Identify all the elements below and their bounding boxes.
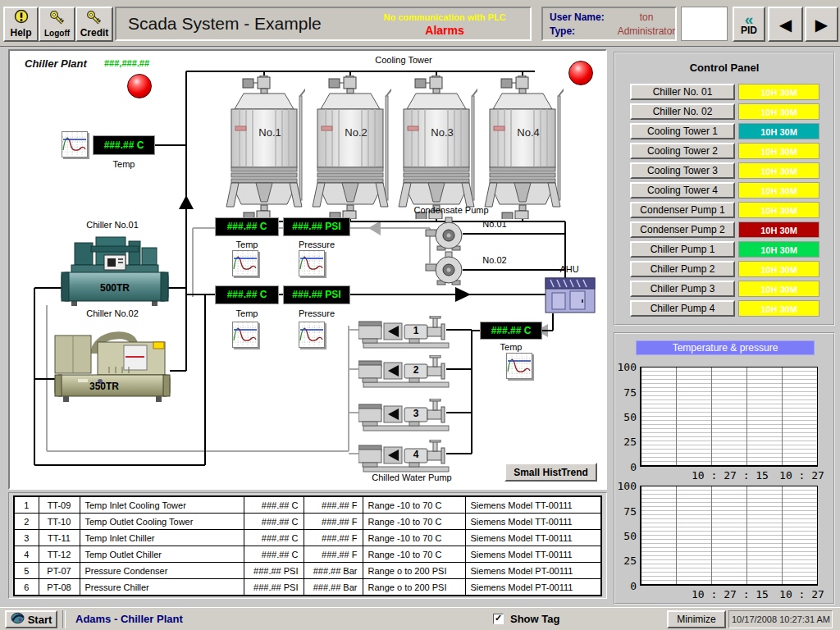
cooling-tower-4 bbox=[485, 75, 564, 220]
trend-icon[interactable] bbox=[232, 322, 258, 348]
chiller-1-capacity: 500TR bbox=[100, 282, 130, 294]
chilled-water-pump-2 bbox=[358, 355, 449, 387]
x-tick: 10 : 27 : 15 bbox=[685, 588, 775, 600]
runtime-badge: 10H 30M bbox=[738, 221, 819, 238]
runtime-badge: 10H 30M bbox=[738, 202, 819, 218]
cooling-tower-2 bbox=[313, 75, 392, 220]
pid-label: PID bbox=[741, 25, 757, 36]
table-row: 1TT-09Temp Inlet Cooling Tower###.## C##… bbox=[14, 496, 601, 514]
control-button-cooling-tower-2[interactable]: Cooling Tower 2 bbox=[630, 143, 735, 159]
control-button-cooling-tower-1[interactable]: Cooling Tower 1 bbox=[630, 123, 735, 139]
pump-1-number: 1 bbox=[413, 325, 419, 336]
user-name-label: User Name: bbox=[550, 11, 605, 23]
control-button-chiller-pump-4[interactable]: Chiller Pump 4 bbox=[630, 300, 735, 317]
control-button-chiller-pump-1[interactable]: Chiller Pump 1 bbox=[630, 241, 735, 258]
table-row: 6PT-08Pressure Chiller###.## PSI###.## B… bbox=[14, 579, 601, 596]
pump-4-number: 4 bbox=[413, 449, 419, 460]
page-title: Scada System - Example bbox=[128, 14, 322, 34]
temp-display: ###.## C bbox=[93, 135, 155, 155]
taskbar: Start Adams - Chiller Plant Show Tag Min… bbox=[0, 607, 840, 630]
control-button-chiller-pump-3[interactable]: Chiller Pump 3 bbox=[630, 281, 735, 297]
plant-value: ###,###.## bbox=[104, 58, 149, 68]
x-tick: 10 : 27 bbox=[767, 469, 837, 482]
trend-icon[interactable] bbox=[232, 250, 258, 276]
table-row: 4TT-12Temp Outlet Chiller###.## C###.## … bbox=[14, 546, 601, 563]
chiller-1-graphic: 500TR bbox=[62, 237, 168, 306]
taskbar-app-title: Adams - Chiller Plant bbox=[75, 613, 183, 625]
runtime-badge: 10H 30M bbox=[738, 182, 819, 199]
trend-icon[interactable] bbox=[299, 250, 325, 276]
logoff-button[interactable]: Logoff bbox=[39, 7, 75, 42]
date-text: 10/17/2008 bbox=[732, 614, 777, 624]
datetime-display: 10/17/2008 10:27:31 AM bbox=[728, 610, 833, 628]
control-panel: Control Panel Chiller No. 01 10H 30M Chi… bbox=[614, 52, 835, 326]
y-tick: 25 bbox=[615, 436, 637, 448]
pump-3-number: 3 bbox=[413, 408, 419, 419]
control-button-cooling-tower-4[interactable]: Cooling Tower 4 bbox=[630, 182, 735, 199]
condensate-pump-label: Condensate Pump bbox=[402, 205, 500, 215]
double-chevron-left-icon: « bbox=[745, 13, 754, 25]
cooling-tower-label: Cooling Tower bbox=[350, 55, 457, 65]
alarms-text: Alarms bbox=[363, 24, 527, 38]
chilled-pressure-label: Pressure bbox=[290, 308, 344, 318]
control-button-chiller-2[interactable]: Chiller No. 02 bbox=[630, 103, 735, 120]
runtime-badge: 10H 30M bbox=[738, 84, 819, 100]
scada-screen: Help Logoff Credit Scada System - Exampl… bbox=[0, 0, 840, 630]
show-tag-label: Show Tag bbox=[510, 613, 559, 625]
credit-button[interactable]: Credit bbox=[75, 7, 113, 42]
pid-button[interactable]: « PID bbox=[733, 7, 765, 42]
small-histtrend-button[interactable]: Small HistTrend bbox=[504, 463, 597, 482]
y-tick: 50 bbox=[615, 530, 637, 542]
control-button-chiller-pump-2[interactable]: Chiller Pump 2 bbox=[630, 261, 735, 277]
runtime-badge: 10H 30M bbox=[738, 281, 819, 297]
control-button-cooling-tower-3[interactable]: Cooling Tower 3 bbox=[630, 162, 735, 179]
chilled-pressure-display: ###.## PSI bbox=[283, 285, 350, 304]
condenser-temp-display: ###.## C bbox=[215, 217, 279, 236]
key-icon bbox=[49, 11, 66, 28]
x-tick: 10 : 27 : 15 bbox=[685, 469, 775, 482]
table-row: 3TT-11Temp Inlet Chiller###.## C###.## F… bbox=[14, 530, 601, 546]
ahu-label: AHU bbox=[545, 264, 594, 274]
y-tick: 25 bbox=[615, 555, 637, 567]
cooling-tower-3 bbox=[399, 75, 478, 220]
y-tick: 75 bbox=[615, 505, 637, 518]
minimize-button[interactable]: Minimize bbox=[667, 610, 726, 628]
chilled-water-pump-label: Chilled Water Pump bbox=[354, 472, 469, 482]
runtime-badge: 10H 30M bbox=[738, 241, 819, 258]
start-button[interactable]: Start bbox=[5, 610, 57, 628]
sensor-table-panel: 1TT-09Temp Inlet Cooling Tower###.## C##… bbox=[8, 492, 607, 599]
condensate-pump-1-label: No.01 bbox=[470, 219, 519, 229]
ahu-graphic bbox=[546, 278, 595, 313]
trend-icon[interactable] bbox=[62, 131, 88, 158]
control-button-condenser-pump-2[interactable]: Condenser Pump 2 bbox=[630, 221, 735, 238]
chiller-plant-diagram: No.1 No.2 No.3 No.4 bbox=[8, 49, 607, 490]
taskbar-divider bbox=[62, 610, 66, 628]
trend-icon[interactable] bbox=[506, 353, 532, 379]
tower-4-label: No.4 bbox=[517, 126, 539, 139]
show-tag-checkbox[interactable] bbox=[493, 614, 504, 624]
runtime-badge: 10H 30M bbox=[738, 123, 819, 139]
chiller-1-label: Chiller No.01 bbox=[67, 220, 158, 230]
runtime-badge: 10H 30M bbox=[738, 162, 819, 179]
control-button-condenser-pump-1[interactable]: Condenser Pump 1 bbox=[630, 202, 735, 218]
trend-panel: Temperature & pressure 100 75 50 25 0 10… bbox=[614, 332, 835, 605]
help-button[interactable]: Help bbox=[3, 7, 39, 42]
condenser-pressure-display: ###.## PSI bbox=[283, 217, 350, 236]
trend-icon[interactable] bbox=[299, 322, 325, 348]
trend-panel-title: Temperature & pressure bbox=[636, 340, 815, 355]
next-page-button[interactable]: ▶ bbox=[805, 7, 838, 42]
control-panel-title: Control Panel bbox=[615, 62, 833, 74]
help-icon bbox=[14, 10, 29, 28]
toolbar: Help Logoff Credit Scada System - Exampl… bbox=[0, 0, 840, 47]
arrow-left-icon: ◀ bbox=[779, 15, 792, 34]
prev-page-button[interactable]: ◀ bbox=[768, 7, 803, 42]
minimize-label: Minimize bbox=[677, 614, 715, 625]
control-button-chiller-1[interactable]: Chiller No. 01 bbox=[630, 84, 735, 100]
y-tick: 0 bbox=[615, 580, 637, 592]
supply-temp-label: Temp bbox=[486, 342, 536, 352]
help-label: Help bbox=[10, 28, 31, 39]
user-name-value: ton bbox=[614, 11, 679, 23]
y-tick: 100 bbox=[615, 361, 637, 373]
y-tick: 50 bbox=[615, 411, 637, 423]
condensate-pump-2-label: No.02 bbox=[470, 255, 519, 265]
